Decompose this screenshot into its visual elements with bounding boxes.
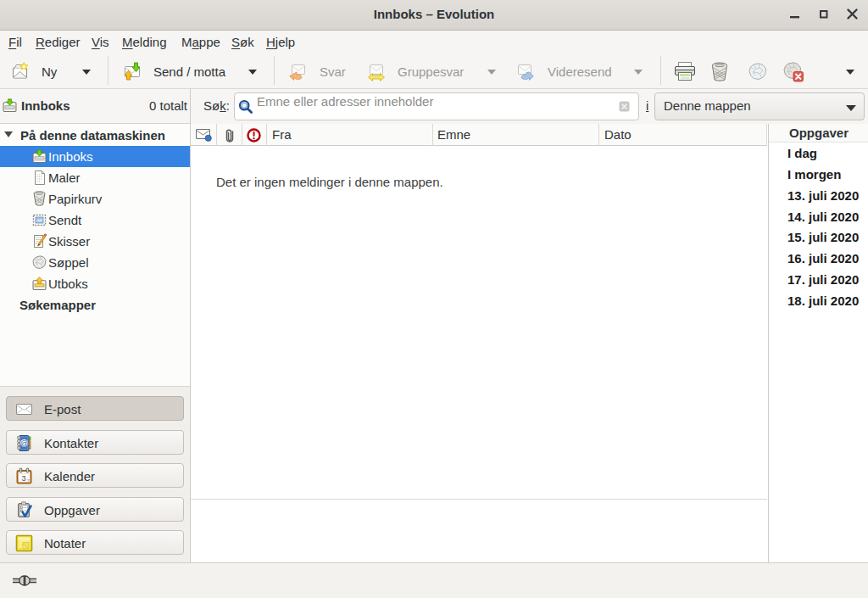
svg-text:@: @	[20, 438, 29, 447]
svg-text:3: 3	[21, 474, 25, 483]
